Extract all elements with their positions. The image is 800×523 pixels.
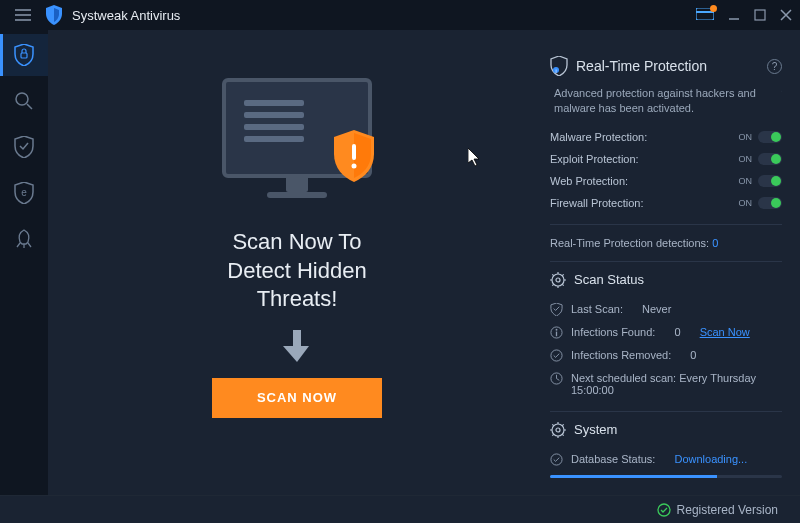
monitor-illustration xyxy=(217,78,377,208)
registered-label: Registered Version xyxy=(677,503,778,517)
svg-point-15 xyxy=(551,350,562,361)
infections-removed-row: Infections Removed: 0 xyxy=(550,344,782,367)
toggle-exploit[interactable] xyxy=(758,153,782,165)
sidebar: e xyxy=(0,30,48,495)
info-icon xyxy=(550,326,563,339)
chevron-down-icon xyxy=(773,86,782,96)
protection-label: Exploit Protection: xyxy=(550,153,639,165)
svg-point-11 xyxy=(556,278,560,282)
svg-text:i: i xyxy=(555,68,556,74)
realtime-heading: i Real-Time Protection ? xyxy=(550,56,782,76)
hamburger-icon xyxy=(15,9,31,21)
download-progress xyxy=(550,475,782,478)
shield-check-icon xyxy=(14,136,34,158)
toggle-malware[interactable] xyxy=(758,131,782,143)
svg-point-10 xyxy=(552,274,564,286)
app-logo-icon xyxy=(44,5,64,25)
toggle-firewall[interactable] xyxy=(758,197,782,209)
main-panel: Scan Now To Detect Hidden Threats! SCAN … xyxy=(48,30,546,495)
system-heading: System xyxy=(550,422,782,438)
check-circle-icon xyxy=(550,453,563,466)
realtime-description[interactable]: Advanced protection against hackers and … xyxy=(550,86,782,116)
last-scan-row: Last Scan: Never xyxy=(550,298,782,321)
protection-row-malware: Malware Protection: ON xyxy=(550,126,782,148)
gear-icon xyxy=(550,422,566,438)
check-circle-icon xyxy=(550,349,563,362)
sidebar-item-status[interactable] xyxy=(0,34,48,76)
detections-row: Real-Time Protection detections: 0 xyxy=(550,235,782,251)
sidebar-item-tools[interactable] xyxy=(0,218,48,260)
card-icon[interactable] xyxy=(696,8,714,23)
toggle-web[interactable] xyxy=(758,175,782,187)
svg-rect-14 xyxy=(556,331,557,336)
shield-check-mini-icon xyxy=(550,303,563,316)
close-button[interactable] xyxy=(780,9,792,21)
scan-now-button[interactable]: SCAN NOW xyxy=(212,378,382,418)
svg-point-13 xyxy=(556,328,558,330)
svg-point-20 xyxy=(658,504,670,516)
headline: Scan Now To Detect Hidden Threats! xyxy=(227,228,366,314)
clock-icon xyxy=(550,372,563,385)
app-title: Systweak Antivirus xyxy=(72,8,180,23)
protection-row-web: Web Protection: ON xyxy=(550,170,782,192)
shield-lock-icon xyxy=(14,44,34,66)
scan-status-heading: Scan Status xyxy=(550,272,782,288)
minimize-button[interactable] xyxy=(728,9,740,21)
headline-line-2: Detect Hidden xyxy=(227,257,366,286)
headline-line-1: Scan Now To xyxy=(227,228,366,257)
svg-rect-2 xyxy=(755,10,765,20)
svg-point-18 xyxy=(556,428,560,432)
search-icon xyxy=(14,91,34,111)
infections-found-row: Infections Found: 0 Scan Now xyxy=(550,321,782,344)
protection-label: Firewall Protection: xyxy=(550,197,644,209)
scan-now-link[interactable]: Scan Now xyxy=(700,326,750,338)
protection-row-exploit: Exploit Protection: ON xyxy=(550,148,782,170)
shield-warning-icon xyxy=(332,130,376,182)
svg-text:e: e xyxy=(21,187,27,198)
footer: Registered Version xyxy=(0,495,800,523)
arrow-down-icon xyxy=(283,330,311,362)
svg-point-17 xyxy=(552,424,564,436)
shield-info-icon: i xyxy=(550,56,568,76)
sidebar-item-protection[interactable] xyxy=(0,126,48,168)
maximize-button[interactable] xyxy=(754,9,766,21)
sidebar-item-quarantine[interactable]: e xyxy=(0,172,48,214)
headline-line-3: Threats! xyxy=(227,285,366,314)
shield-e-icon: e xyxy=(14,182,34,204)
svg-point-4 xyxy=(16,93,28,105)
hamburger-menu[interactable] xyxy=(8,0,38,30)
svg-rect-6 xyxy=(352,144,356,160)
svg-point-7 xyxy=(352,164,357,169)
gear-icon xyxy=(550,272,566,288)
protection-row-firewall: Firewall Protection: ON xyxy=(550,192,782,214)
help-icon[interactable]: ? xyxy=(767,59,782,74)
check-circle-green-icon xyxy=(657,503,671,517)
titlebar: Systweak Antivirus xyxy=(0,0,800,30)
next-scan-row: Next scheduled scan: Every Thursday 15:0… xyxy=(550,367,782,401)
protection-label: Web Protection: xyxy=(550,175,628,187)
right-panel: i Real-Time Protection ? Advanced protec… xyxy=(546,30,800,495)
svg-point-19 xyxy=(551,454,562,465)
svg-rect-3 xyxy=(21,53,27,58)
sidebar-item-scan[interactable] xyxy=(0,80,48,122)
protection-label: Malware Protection: xyxy=(550,131,647,143)
database-status-value: Downloading... xyxy=(674,453,747,465)
rocket-icon xyxy=(14,229,34,249)
database-status-row: Database Status: Downloading... xyxy=(550,448,782,471)
